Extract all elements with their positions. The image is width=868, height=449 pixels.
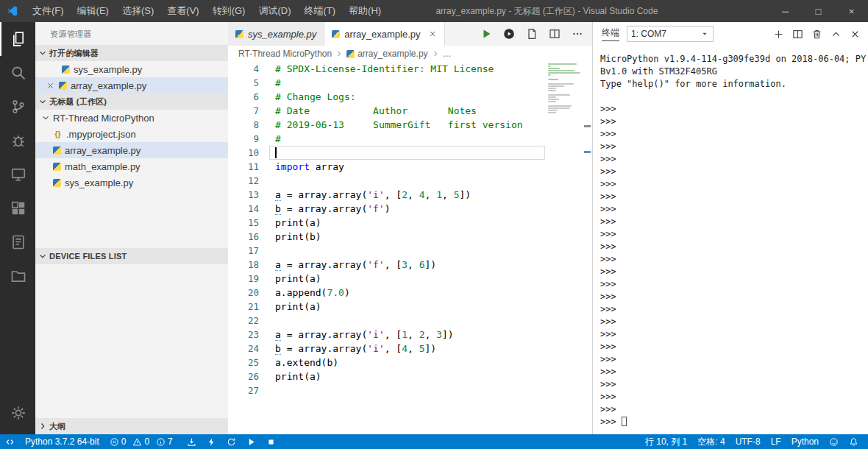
- menu-selection[interactable]: 选择(S): [115, 0, 160, 22]
- activity-settings[interactable]: [0, 396, 35, 430]
- status-stop-program[interactable]: [261, 434, 281, 449]
- code-line[interactable]: 11import array: [228, 160, 547, 174]
- activity-source-control[interactable]: [0, 90, 35, 124]
- tab-sys-example-py[interactable]: sys_example.py: [228, 22, 324, 46]
- terminal-output[interactable]: MicroPython v1.9.4-114-g309fe39d on 2018…: [593, 46, 868, 434]
- code-editor[interactable]: 4# SPDX-License-Identifier: MIT License5…: [228, 62, 592, 434]
- line-number[interactable]: 14: [228, 202, 275, 216]
- status-feedback[interactable]: [824, 434, 844, 449]
- new-terminal-icon[interactable]: [773, 29, 784, 40]
- status-remote[interactable]: [0, 434, 20, 449]
- line-number[interactable]: 20: [228, 286, 275, 300]
- window-close-button[interactable]: ×: [835, 0, 868, 22]
- line-number[interactable]: 10: [228, 146, 275, 160]
- tab-array-example-py[interactable]: array_example.py: [324, 22, 444, 46]
- menu-file[interactable]: 文件(F): [26, 0, 71, 22]
- status-python-interpreter[interactable]: Python 3.7.2 64-bit: [20, 434, 104, 449]
- code-line[interactable]: 26print(a): [228, 370, 547, 383]
- close-tab-icon[interactable]: [428, 29, 437, 38]
- open-editor-item[interactable]: sys_example.py: [35, 61, 228, 77]
- activity-remote-device[interactable]: [0, 158, 35, 191]
- line-number[interactable]: 17: [228, 244, 275, 258]
- code-line[interactable]: 24b = array.array('i', [4, 5]): [228, 342, 547, 356]
- tree-item-mpyproject-json[interactable]: .mpyproject.json: [35, 126, 228, 142]
- minimap[interactable]: [548, 63, 582, 116]
- open-document-button[interactable]: [526, 28, 538, 40]
- window-minimize-button[interactable]: ─: [769, 0, 802, 22]
- status-problems[interactable]: 007: [104, 434, 182, 449]
- status-indentation[interactable]: 空格: 4: [692, 434, 730, 449]
- status-cursor-position[interactable]: 行 10, 列 1: [640, 434, 692, 449]
- menu-view[interactable]: 查看(V): [160, 0, 205, 22]
- split-editor-button[interactable]: [549, 28, 561, 40]
- window-maximize-button[interactable]: □: [802, 0, 835, 22]
- line-number[interactable]: 22: [228, 314, 275, 328]
- code-line[interactable]: 12: [228, 174, 547, 188]
- split-terminal-icon[interactable]: [792, 29, 803, 40]
- tree-item-array-example-py[interactable]: array_example.py: [35, 142, 228, 158]
- code-line[interactable]: 20a.append(7.0): [228, 286, 547, 300]
- line-number[interactable]: 8: [228, 118, 275, 132]
- code-line[interactable]: 17: [228, 244, 547, 258]
- terminal-input-line[interactable]: >>>: [600, 416, 861, 428]
- status-run-program[interactable]: [241, 434, 261, 449]
- line-number[interactable]: 18: [228, 258, 275, 272]
- run-on-device-button[interactable]: [503, 28, 515, 40]
- tree-item-math-example-py[interactable]: math_example.py: [35, 158, 228, 174]
- line-number[interactable]: 26: [228, 370, 275, 383]
- activity-project-notes[interactable]: [0, 225, 35, 259]
- code-line[interactable]: 25a.extend(b): [228, 356, 547, 370]
- code-line[interactable]: 19print(a): [228, 272, 547, 286]
- line-number[interactable]: 5: [228, 76, 275, 90]
- line-number[interactable]: 7: [228, 104, 275, 118]
- terminal-tab[interactable]: 终端: [602, 26, 619, 41]
- terminal-select[interactable]: 1: COM7: [627, 26, 714, 42]
- line-number[interactable]: 9: [228, 132, 275, 146]
- code-line[interactable]: 16print(b): [228, 230, 547, 244]
- menu-help[interactable]: 帮助(H): [342, 0, 388, 22]
- activity-extensions[interactable]: [0, 191, 35, 225]
- activity-file-browser[interactable]: [0, 259, 35, 293]
- menu-go[interactable]: 转到(G): [206, 0, 252, 22]
- tree-item-sys-example-py[interactable]: sys_example.py: [35, 174, 228, 191]
- code-line[interactable]: 10: [228, 146, 547, 160]
- menu-debug[interactable]: 调试(D): [252, 0, 297, 22]
- code-line[interactable]: 8# 2019-06-13 SummerGift first version: [228, 118, 547, 132]
- status-eol[interactable]: LF: [766, 434, 786, 449]
- line-number[interactable]: 27: [228, 383, 275, 397]
- code-line[interactable]: 22: [228, 314, 547, 328]
- more-actions-button[interactable]: [572, 28, 583, 40]
- status-flash-firmware[interactable]: [202, 434, 221, 449]
- breadcrumb-item[interactable]: …: [443, 49, 452, 59]
- breadcrumb-item[interactable]: RT-Thread MicroPython: [238, 49, 332, 59]
- run-python-file-button[interactable]: [480, 28, 492, 40]
- close-panel-icon[interactable]: [850, 29, 861, 40]
- activity-explorer[interactable]: [0, 22, 35, 56]
- code-line[interactable]: 4# SPDX-License-Identifier: MIT License: [228, 62, 547, 76]
- code-line[interactable]: 15print(a): [228, 216, 547, 230]
- line-number[interactable]: 15: [228, 216, 275, 230]
- code-line[interactable]: 7# Date Author Notes: [228, 104, 547, 118]
- breadcrumb-item[interactable]: array_example.py: [346, 49, 427, 59]
- line-number[interactable]: 4: [228, 62, 275, 76]
- code-lines[interactable]: 4# SPDX-License-Identifier: MIT License5…: [228, 62, 547, 434]
- code-line[interactable]: 18a = array.array('f', [3, 6]): [228, 258, 547, 272]
- status-encoding[interactable]: UTF-8: [730, 434, 766, 449]
- section-open-editors[interactable]: 打开的编辑器: [35, 45, 228, 61]
- section-outline[interactable]: 大纲: [35, 418, 228, 434]
- line-number[interactable]: 25: [228, 356, 275, 370]
- menu-edit[interactable]: 编辑(E): [71, 0, 115, 22]
- code-line[interactable]: 9#: [228, 132, 547, 146]
- line-number[interactable]: 24: [228, 342, 275, 356]
- code-line[interactable]: 13a = array.array('i', [2, 4, 1, 5]): [228, 188, 547, 202]
- code-line[interactable]: 27: [228, 383, 547, 397]
- code-line[interactable]: 5#: [228, 76, 547, 90]
- line-number[interactable]: 21: [228, 300, 275, 314]
- code-line[interactable]: 21print(a): [228, 300, 547, 314]
- line-number[interactable]: 6: [228, 90, 275, 104]
- status-sync-device[interactable]: [221, 434, 241, 449]
- section-device-files[interactable]: DEVICE FILES LIST: [35, 248, 228, 264]
- code-line[interactable]: 6# Change Logs:: [228, 90, 547, 104]
- line-number[interactable]: 16: [228, 230, 275, 244]
- line-number[interactable]: 23: [228, 328, 275, 342]
